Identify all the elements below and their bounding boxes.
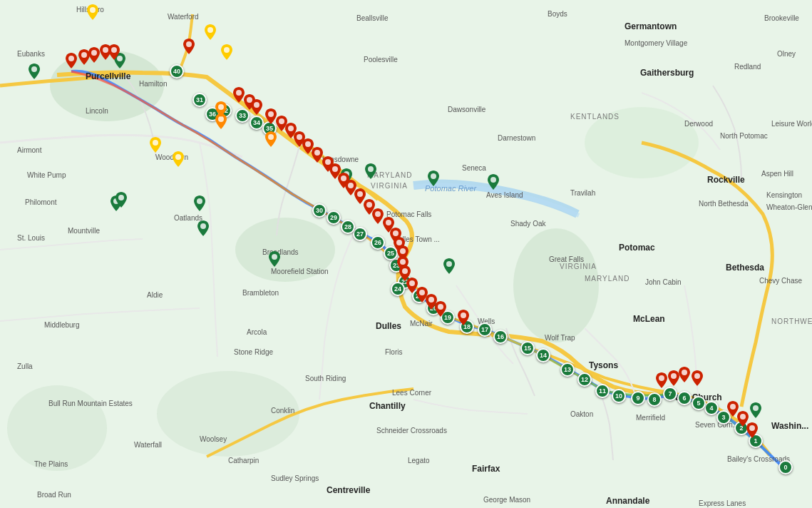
svg-point-10 — [368, 166, 374, 172]
pin-marker-yellow-16[interactable] — [150, 137, 161, 156]
svg-point-20 — [90, 7, 96, 13]
svg-point-48 — [366, 202, 372, 208]
svg-point-57 — [419, 290, 425, 295]
pin-marker-red-52[interactable] — [435, 301, 446, 320]
svg-point-12 — [490, 177, 496, 183]
stop-8[interactable]: 8 — [647, 392, 662, 407]
svg-point-30 — [91, 50, 97, 56]
pin-marker-orange-20[interactable] — [215, 101, 227, 120]
pin-marker-green-3[interactable] — [365, 163, 376, 182]
stop-9[interactable]: 9 — [631, 391, 645, 405]
pin-marker-red-53[interactable] — [458, 310, 469, 328]
svg-point-40 — [297, 134, 302, 140]
pin-marker-red-29[interactable] — [251, 99, 262, 118]
pin-marker-green-12[interactable] — [750, 402, 761, 421]
stop-27[interactable]: 27 — [353, 227, 367, 241]
pin-marker-yellow-15[interactable] — [221, 44, 232, 63]
svg-point-8 — [200, 223, 206, 229]
pin-marker-red-25[interactable] — [108, 44, 120, 63]
pin-marker-green-11[interactable] — [29, 64, 40, 82]
svg-point-2 — [235, 218, 335, 282]
stop-5[interactable]: 5 — [692, 396, 706, 410]
pin-marker-orange-19[interactable] — [265, 131, 277, 150]
svg-point-16 — [446, 261, 452, 267]
pin-marker-red-30[interactable] — [265, 108, 277, 127]
svg-point-29 — [81, 52, 87, 58]
stop-24[interactable]: 24 — [391, 282, 405, 296]
svg-point-26 — [268, 134, 274, 140]
svg-point-15 — [197, 198, 202, 204]
svg-point-60 — [461, 313, 466, 318]
pin-marker-red-27[interactable] — [233, 87, 245, 106]
svg-point-51 — [393, 230, 399, 236]
svg-point-21 — [207, 27, 213, 33]
pin-marker-red-57[interactable] — [692, 370, 703, 389]
pin-marker-red-56[interactable] — [679, 367, 690, 385]
svg-point-62 — [671, 373, 677, 379]
stop-0[interactable]: 0 — [778, 460, 793, 474]
stop-17[interactable]: 17 — [478, 322, 492, 337]
pin-marker-red-21[interactable] — [66, 53, 77, 71]
stop-28[interactable]: 28 — [341, 220, 355, 234]
svg-point-55 — [402, 268, 408, 274]
stop-40[interactable]: 40 — [170, 64, 184, 78]
stop-30[interactable]: 30 — [312, 203, 327, 218]
pin-marker-red-35[interactable] — [312, 147, 323, 166]
pin-marker-red-26[interactable] — [183, 39, 195, 57]
pin-marker-red-60[interactable] — [746, 422, 758, 441]
svg-point-11 — [431, 173, 436, 179]
svg-point-38 — [279, 118, 284, 124]
pin-marker-green-7[interactable] — [269, 251, 280, 270]
svg-point-41 — [305, 141, 311, 147]
pin-marker-green-2[interactable] — [115, 192, 127, 210]
pin-marker-yellow-13[interactable] — [87, 4, 98, 23]
svg-point-53 — [400, 248, 406, 254]
pin-marker-green-4[interactable] — [428, 171, 439, 189]
svg-point-22 — [224, 47, 230, 53]
stop-14[interactable]: 14 — [536, 348, 550, 362]
pin-marker-green-1[interactable] — [197, 220, 209, 239]
svg-point-61 — [659, 375, 664, 381]
svg-point-42 — [314, 150, 320, 156]
stop-6[interactable]: 6 — [677, 391, 692, 405]
svg-point-19 — [753, 405, 759, 411]
svg-point-46 — [348, 183, 354, 188]
svg-point-44 — [332, 166, 338, 172]
stop-4[interactable]: 4 — [704, 401, 719, 415]
svg-point-65 — [730, 404, 736, 410]
svg-point-32 — [111, 47, 117, 53]
svg-point-28 — [68, 56, 74, 61]
stop-10[interactable]: 10 — [612, 389, 626, 403]
stop-11[interactable]: 11 — [595, 384, 610, 398]
pin-marker-green-9[interactable] — [443, 258, 455, 277]
svg-point-37 — [268, 111, 274, 117]
svg-point-63 — [682, 370, 687, 375]
svg-point-66 — [740, 414, 746, 420]
pin-marker-yellow-17[interactable] — [173, 151, 184, 170]
svg-point-39 — [288, 126, 294, 131]
stop-13[interactable]: 13 — [560, 362, 575, 377]
svg-point-27 — [218, 104, 224, 110]
pin-marker-red-54[interactable] — [656, 372, 667, 391]
svg-point-5 — [7, 385, 107, 471]
stop-12[interactable]: 12 — [577, 372, 592, 387]
svg-point-14 — [272, 254, 277, 260]
svg-point-54 — [400, 259, 406, 265]
pin-marker-red-42[interactable] — [372, 208, 384, 227]
pin-marker-yellow-14[interactable] — [205, 24, 216, 43]
svg-point-4 — [157, 371, 299, 457]
stop-31[interactable]: 31 — [192, 93, 207, 107]
stop-29[interactable]: 29 — [327, 210, 341, 225]
pin-marker-green-8[interactable] — [194, 195, 205, 214]
pin-marker-red-23[interactable] — [88, 47, 100, 66]
map-container: HillsboroWaterfordBeallsvilleBoydsGerman… — [0, 0, 812, 508]
stop-34[interactable]: 34 — [250, 116, 264, 130]
svg-point-36 — [254, 102, 259, 108]
stop-26[interactable]: 26 — [371, 235, 385, 250]
stop-16[interactable]: 16 — [493, 330, 508, 344]
pin-marker-red-55[interactable] — [668, 370, 679, 389]
svg-point-23 — [153, 140, 158, 146]
pin-marker-green-5[interactable] — [488, 174, 499, 193]
stop-15[interactable]: 15 — [520, 341, 535, 355]
svg-point-67 — [749, 425, 755, 431]
